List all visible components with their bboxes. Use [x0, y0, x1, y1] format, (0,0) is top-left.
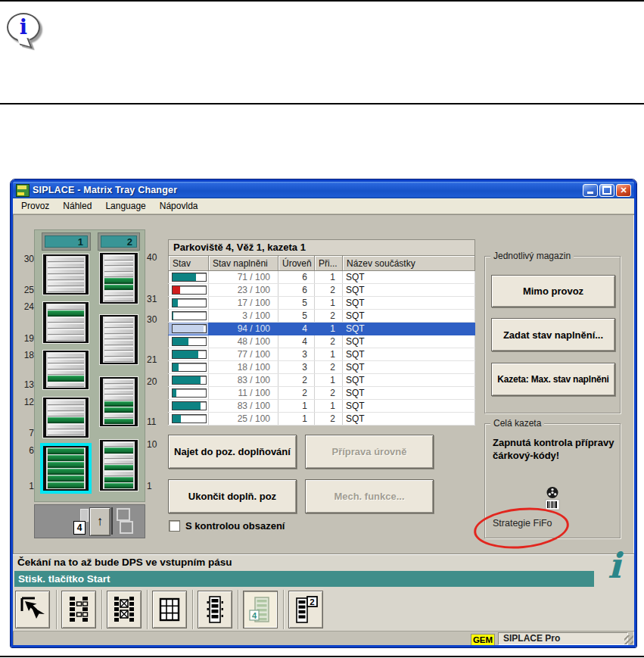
col-stav-naplneni[interactable]: Stav naplněni [209, 256, 278, 271]
cell-lvl: 4 [278, 323, 315, 335]
bottom-toolbar: 4 2 [13, 588, 634, 631]
table-row-9[interactable]: 83 / 10021SQT [169, 374, 475, 387]
single-magazine-group: Jednotlivý magazin Mimo provoz Zadat sta… [484, 256, 621, 413]
table-row-5[interactable]: 94 / 10041SQT [169, 323, 475, 335]
tower-level-number: 40 [147, 252, 165, 263]
tray-slot-empty [104, 385, 133, 389]
elevator-slot-outline [117, 508, 130, 521]
tray-slot-empty [104, 329, 133, 334]
table-row-10[interactable]: 11 / 10022SQT [169, 387, 475, 400]
cell-lvl: 4 [278, 335, 315, 348]
tower-level-number: 20 [147, 376, 165, 387]
mimo-provoz-button[interactable]: Mimo provoz [491, 275, 615, 307]
menu-item-nhled[interactable]: Náhled [56, 199, 98, 213]
feeder-strip-button[interactable] [198, 591, 232, 628]
tray-slot-full [104, 419, 133, 424]
feeder-table-x-button[interactable] [107, 591, 142, 628]
cell-pos: 2 [315, 284, 343, 297]
cell-num: 83 / 100 [209, 374, 278, 387]
tray-slot-empty [104, 346, 133, 351]
cell-name: SQT [343, 284, 475, 297]
tower-1-section-6-1[interactable] [43, 446, 89, 491]
titlebar[interactable]: SIPLACE - Matrix Tray Changer ✕ [13, 182, 634, 198]
col-nazev[interactable]: Název součástky [343, 256, 475, 271]
table-header-row[interactable]: Stav Stav naplněni Úroveň Při... Název s… [169, 256, 475, 271]
fill-bar-cell [169, 271, 209, 284]
product-name-panel: SIPLACE Pro [498, 632, 628, 645]
tray-slot-full [48, 462, 84, 468]
tray-slot-full [104, 278, 133, 284]
cell-name: SQT [343, 400, 475, 413]
resize-grip[interactable] [624, 635, 633, 644]
tower-2-section-30-21[interactable] [100, 315, 138, 364]
window-title: SIPLACE - Matrix Tray Changer [33, 185, 177, 195]
maximize-button[interactable] [599, 184, 614, 197]
kontrola-obsazeni-checkbox-row[interactable]: S kontrolou obsazení [169, 520, 285, 532]
whole-cassette-group-label: Celá kazeta [490, 418, 544, 429]
feeder-table-button[interactable] [61, 591, 96, 628]
tray-slot-full [104, 477, 133, 482]
table-row-7[interactable]: 77 / 10031SQT [169, 348, 475, 361]
tray-tower-view-button[interactable]: 4 [243, 591, 278, 628]
fill-bar-cell [169, 400, 209, 413]
table-row-3[interactable]: 17 / 10051SQT [169, 297, 475, 310]
cell-lvl: 1 [278, 400, 315, 413]
col-pri[interactable]: Při... [315, 256, 343, 271]
close-button[interactable]: ✕ [616, 184, 631, 197]
menu-item-provoz[interactable]: Provoz [14, 199, 56, 213]
minimize-button[interactable] [583, 184, 598, 197]
feeder-strip-2-button[interactable]: 2 [288, 591, 323, 628]
tray-slot-empty [48, 257, 84, 262]
ukoncit-dopln-button[interactable]: Ukončit doplň. poz [168, 479, 297, 513]
cell-lvl: 5 [278, 310, 315, 323]
fill-state-table[interactable]: Stav Stav naplněni Úroveň Při... Název s… [168, 255, 475, 426]
tray-slot-empty [104, 442, 133, 447]
kazeta-max-button[interactable]: Kazeta: Max. stav naplněni [491, 363, 615, 396]
najet-do-poz-button[interactable]: Najet do poz. doplňování [168, 435, 297, 469]
table-row-11[interactable]: 83 / 10011SQT [169, 400, 475, 413]
cell-pos: 1 [315, 271, 343, 284]
tower-1-section-18-13[interactable] [43, 351, 89, 389]
table-row-6[interactable]: 48 / 10042SQT [169, 335, 475, 348]
feeder-strip-2-icon: 2 [293, 595, 319, 624]
col-uroven[interactable]: Úroveň [278, 256, 315, 271]
priprava-urovne-button[interactable]: Příprava úrovně [305, 435, 434, 469]
tower-1-section-30-25[interactable] [43, 254, 89, 295]
tower-1-section-24-19[interactable] [43, 302, 89, 343]
elevator-divider [111, 507, 113, 535]
tray-slot-empty [48, 382, 84, 388]
tower-1-section-12-7[interactable] [43, 398, 89, 438]
fill-bar [172, 324, 207, 333]
tray-slot-empty [48, 406, 84, 411]
table-row-4[interactable]: 3 / 10052SQT [169, 310, 475, 323]
tray-slot-full [104, 483, 133, 488]
cursor-select-tool-button[interactable] [15, 591, 50, 628]
menu-item-language[interactable]: Language [98, 199, 152, 213]
cell-num: 3 / 100 [209, 310, 278, 323]
table-row-12[interactable]: 25 / 10012SQT [169, 413, 475, 426]
tower-level-number: 24 [17, 301, 34, 312]
cell-num: 17 / 100 [209, 297, 278, 310]
table-row-8[interactable]: 18 / 10032SQT [169, 361, 475, 374]
matrix-grid-button[interactable] [152, 591, 187, 628]
fill-bar-cell [169, 413, 209, 426]
zadat-stav-button[interactable]: Zadat stav naplnění... [491, 318, 615, 351]
tower-level-number: 30 [17, 254, 34, 264]
tray-slot-empty [104, 261, 133, 267]
tower-2-section-20-11[interactable] [100, 377, 138, 426]
tower-level-number: 6 [17, 445, 34, 456]
tray-slot-full [48, 476, 84, 482]
tray-slot-empty [48, 370, 84, 376]
cell-name: SQT [343, 310, 475, 323]
table-row-2[interactable]: 23 / 10062SQT [169, 284, 475, 297]
mech-funkce-button[interactable]: Mech. funkce... [305, 479, 434, 513]
cell-name: SQT [343, 297, 475, 310]
col-stav[interactable]: Stav [169, 256, 209, 271]
tower-2-section-40-31[interactable] [100, 253, 138, 304]
fill-bar [172, 363, 207, 372]
checkbox-box[interactable] [169, 520, 180, 532]
menu-item-npovlda[interactable]: Nápovlda [153, 199, 205, 213]
table-row-1[interactable]: 71 / 10061SQT [169, 271, 475, 284]
cell-num: 25 / 100 [209, 413, 278, 426]
tower-2-section-10-1[interactable] [100, 440, 138, 491]
